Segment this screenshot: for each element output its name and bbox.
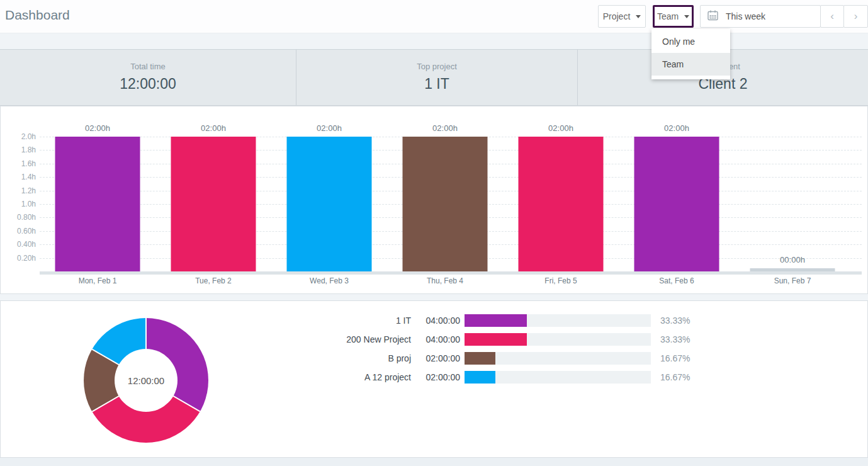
page-bottom-strip <box>0 458 868 466</box>
y-axis-tick-label: 0.20h <box>4 254 36 263</box>
bar-value-label: 02:00h <box>40 123 155 133</box>
legend-percent-track <box>465 314 651 327</box>
dashboard-page: Dashboard Project Team <box>0 0 868 466</box>
chevron-down-icon <box>636 15 641 18</box>
daily-time-bar-chart-card: 2.0h1.8h1.6h1.4h1.2h1.0h0.80h0.60h0.40h0… <box>0 106 868 294</box>
project-filter-label: Project <box>603 11 631 21</box>
team-filter-label: Team <box>657 11 679 21</box>
bar-3 <box>403 137 488 271</box>
legend-project-name: A 12 project <box>296 371 411 384</box>
bar-column: 00:00hSun, Feb 7 <box>735 106 850 295</box>
bar-1 <box>171 137 256 271</box>
legend-percent-track <box>465 333 651 346</box>
legend-percent-track <box>465 371 651 384</box>
legend-percent-fill <box>465 333 527 346</box>
bar-value-label: 02:00h <box>271 123 387 133</box>
team-filter-dropdown-menu: Only meTeam <box>651 29 730 79</box>
x-axis-label: Sun, Feb 7 <box>735 276 850 285</box>
bar-value-label: 02:00h <box>503 123 619 133</box>
total-time-value: 12:00:00 <box>0 76 296 93</box>
chevron-right-icon: › <box>854 10 858 23</box>
calendar-icon <box>707 10 718 23</box>
y-axis-tick-label: 1.0h <box>4 200 36 208</box>
chevron-down-icon <box>684 15 689 18</box>
previous-week-button[interactable]: ‹ <box>820 5 844 28</box>
x-axis-label: Thu, Feb 4 <box>387 276 503 285</box>
legend-percent-label: 16.67% <box>660 371 704 384</box>
summary-cards-row: Total time 12:00:00 Top project 1 IT Top… <box>0 49 868 106</box>
top-project-label: Top project <box>296 62 577 71</box>
bar-column: 02:00hFri, Feb 5 <box>503 106 619 295</box>
legend-row: B proj02:00:0016.67% <box>296 352 724 365</box>
bar-0 <box>55 137 140 271</box>
bar-value-label: 02:00h <box>619 123 735 133</box>
bar-4 <box>519 137 604 271</box>
project-breakdown-card: 12:00:00 1 IT04:00:0033.33%200 New Proje… <box>0 300 868 458</box>
legend-project-time: 02:00:00 <box>420 371 460 384</box>
y-axis-tick-label: 2.0h <box>4 132 36 141</box>
x-axis-label: Sat, Feb 6 <box>619 276 735 285</box>
next-week-button[interactable]: › <box>843 5 868 28</box>
x-axis-baseline <box>40 271 862 275</box>
chevron-left-icon: ‹ <box>830 10 834 23</box>
bar-column: 02:00hThu, Feb 4 <box>387 106 503 295</box>
y-axis-tick-label: 0.60h <box>4 227 36 236</box>
legend-percent-fill <box>465 314 527 327</box>
x-axis-label: Mon, Feb 1 <box>40 276 155 285</box>
total-time-label: Total time <box>0 62 296 71</box>
date-range-label: This week <box>726 11 765 21</box>
legend-percent-label: 33.33% <box>660 314 704 327</box>
x-axis-label: Tue, Feb 2 <box>155 276 271 285</box>
top-header: Dashboard Project Team <box>0 0 868 33</box>
bar-value-label: 00:00h <box>735 255 850 264</box>
top-project-value: 1 IT <box>296 76 577 93</box>
bar-column: 02:00hWed, Feb 3 <box>271 106 387 295</box>
y-axis-tick-label: 1.6h <box>4 159 36 168</box>
bar-column: 02:00hMon, Feb 1 <box>40 106 155 295</box>
bar-chart-plot: 02:00hMon, Feb 102:00hTue, Feb 202:00hWe… <box>40 106 850 295</box>
bar-5 <box>634 137 719 271</box>
y-axis-tick-label: 1.4h <box>4 173 36 181</box>
dropdown-item-team[interactable]: Team <box>651 53 730 76</box>
legend-percent-label: 16.67% <box>660 352 704 365</box>
bar-value-label: 02:00h <box>155 123 271 133</box>
y-axis-tick-label: 0.40h <box>4 240 36 249</box>
date-range-button[interactable]: This week <box>700 5 821 28</box>
legend-project-time: 04:00:00 <box>420 333 460 346</box>
page-title: Dashboard <box>5 8 70 23</box>
bar-column: 02:00hTue, Feb 2 <box>155 106 271 295</box>
legend-project-time: 04:00:00 <box>420 314 460 327</box>
donut-total-time: 12:00:00 <box>128 375 164 386</box>
legend-row: A 12 project02:00:0016.67% <box>296 371 724 384</box>
x-axis-label: Fri, Feb 5 <box>503 276 619 285</box>
legend-percent-label: 33.33% <box>660 333 704 346</box>
legend-project-name: 200 New Project <box>296 333 411 346</box>
bar-column: 02:00hSat, Feb 6 <box>619 106 735 295</box>
legend-percent-track <box>465 352 651 365</box>
team-filter-button[interactable]: Team <box>653 5 694 28</box>
legend-row: 1 IT04:00:0033.33% <box>296 314 724 327</box>
y-axis-tick-label: 1.8h <box>4 145 36 154</box>
dropdown-item-only-me[interactable]: Only me <box>651 30 730 53</box>
y-axis-tick-label: 0.80h <box>4 213 36 222</box>
donut-center: 12:00:00 <box>115 349 178 412</box>
legend-row: 200 New Project04:00:0033.33% <box>296 333 724 346</box>
project-filter-button[interactable]: Project <box>598 5 646 28</box>
legend-percent-fill <box>465 352 495 365</box>
x-axis-label: Wed, Feb 3 <box>271 276 387 285</box>
legend-project-time: 02:00:00 <box>420 352 460 365</box>
legend-percent-fill <box>465 371 495 384</box>
bar-2 <box>287 137 372 271</box>
top-project-card: Top project 1 IT <box>296 50 577 105</box>
legend-project-name: 1 IT <box>296 314 411 327</box>
y-axis-tick-label: 1.2h <box>4 186 36 195</box>
bar-value-label: 02:00h <box>387 123 503 133</box>
total-time-card: Total time 12:00:00 <box>0 50 296 105</box>
legend-project-name: B proj <box>296 352 411 365</box>
